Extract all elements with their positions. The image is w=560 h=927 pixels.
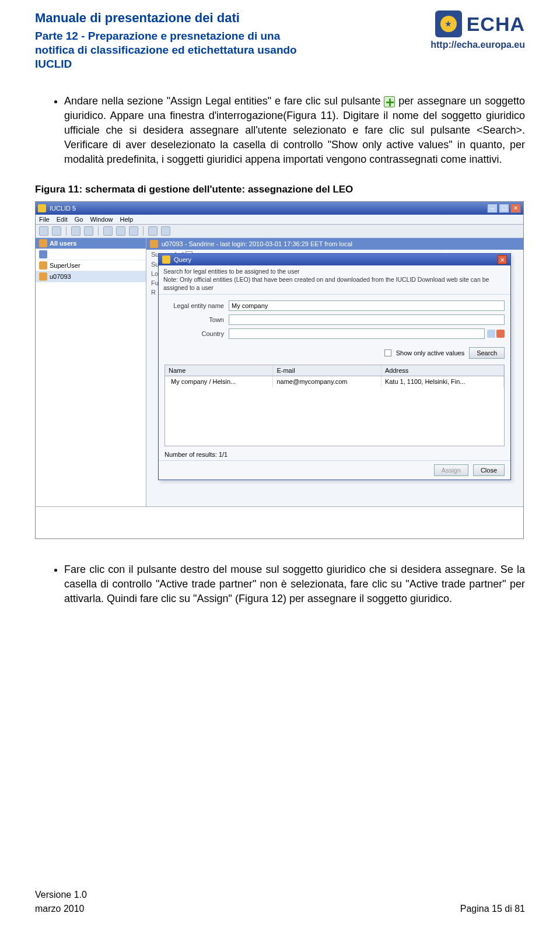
doc-title-block: Manuale di presentazione dei dati Parte … [35,11,303,71]
country-label: Country [164,330,229,337]
user-icon [39,261,47,270]
user-panel-header: All users [36,238,146,249]
town-label: Town [164,316,229,323]
toolbar-paste-icon[interactable] [129,226,138,236]
app-title: IUCLID 5 [50,205,76,212]
legal-entity-name-label: Legal entity name [164,302,229,309]
th-address[interactable]: Address [382,365,504,376]
toolbar-remove-icon[interactable] [161,226,170,236]
toolbar-home-icon[interactable] [71,226,80,236]
toolbar-copy-icon[interactable] [116,226,125,236]
close-button[interactable]: ✕ [510,204,521,213]
user-icon [39,272,47,281]
query-titlebar: Query ✕ [159,254,510,265]
menu-file[interactable]: File [39,216,50,223]
page-header: Manuale di presentazione dei dati Parte … [35,11,525,71]
query-hint: Search for legal entities to be assigned… [159,265,510,295]
bullet-list-2: Fare clic con il pulsante destro del mou… [35,562,525,606]
footer-date: marzo 2010 [35,904,87,914]
users-icon [39,239,47,247]
menu-go[interactable]: Go [75,216,83,223]
user-icon [150,240,158,248]
assign-button[interactable]: Assign [434,464,468,476]
page-content: Andare nella sezione "Assign Legal entit… [35,94,525,606]
td-name: My company / Helsin... [165,376,273,387]
table-header-row: Name E-mail Address [165,365,504,376]
app-titlebar: IUCLID 5 – ☐ ✕ [36,202,523,215]
menu-help[interactable]: Help [120,216,134,223]
th-email[interactable]: E-mail [273,365,381,376]
main-header: u07093 - Sandrine - last login: 2010-03-… [146,238,523,250]
query-title: Query [174,256,191,263]
th-name[interactable]: Name [165,365,273,376]
doc-subtitle: Parte 12 - Preparazione e presnetazione … [35,29,303,71]
query-icon [162,256,170,264]
main-area: u07093 - Sandrine - last login: 2010-03-… [146,238,523,506]
figure-caption: Figura 11: schermata di gestione dell'ut… [35,184,525,195]
maximize-button[interactable]: ☐ [499,204,509,213]
user-panel: All users SuperUser u07093 [36,238,146,506]
results-value: 1/1 [219,451,228,458]
collapse-icon [39,250,47,258]
toolbar-1 [36,225,523,238]
doc-title: Manuale di presentazione dei dati [35,11,303,26]
search-icon[interactable] [487,330,495,338]
query-dialog: Query ✕ Search for legal entities to be … [158,253,511,480]
bullet-list-1: Andare nella sezione "Assign Legal entit… [35,94,525,166]
results-table: Name E-mail Address My company / Helsin.… [164,365,505,446]
user-panel-title: All users [50,240,76,247]
query-hint-1: Search for legal entities to be assigned… [163,268,506,276]
query-close-button[interactable]: ✕ [498,255,507,264]
toolbar-forward-icon[interactable] [52,226,61,236]
query-hint-2: Note: Only official entities (LEO) that … [163,276,506,292]
td-address: Katu 1, 1100, Helsinki, Fin... [382,376,504,387]
clear-icon[interactable] [496,330,505,338]
app-footer-blank [36,506,523,538]
echa-badge-icon: ★ [435,11,462,37]
page-footer: Versione 1.0 marzo 2010 Pagina 15 di 81 [35,890,525,914]
search-button[interactable]: Search [469,347,505,359]
close-dialog-button[interactable]: Close [473,464,505,476]
td-email: name@mycompany.com [273,376,381,387]
app-icon [38,204,46,212]
main-header-text: u07093 - Sandrine - last login: 2010-03-… [162,240,352,247]
echa-logo: ★ ECHA http://echa.europa.eu [430,11,525,50]
show-active-label: Show only active values [396,349,464,356]
toolbar-edit-icon[interactable] [103,226,113,236]
show-active-checkbox[interactable] [384,349,391,356]
table-row[interactable]: My company / Helsin... name@mycompany.co… [165,376,504,387]
legal-entity-name-input[interactable] [229,300,505,311]
user-panel-collapse[interactable] [36,249,146,260]
country-input[interactable] [229,328,485,339]
bullet-2: Fare clic con il pulsante destro del mou… [64,562,525,606]
query-form: Legal entity name Town Country [159,295,510,346]
menubar: File Edit Go Window Help [36,215,523,225]
bullet-1-pre: Andare nella sezione "Assign Legal entit… [64,95,384,107]
toolbar-back-icon[interactable] [39,226,48,236]
user-item-superuser[interactable]: SuperUser [36,260,146,271]
toolbar-add-icon[interactable] [148,226,158,236]
echa-url: http://echa.europa.eu [430,40,525,50]
user-item-u07093[interactable]: u07093 [36,271,146,282]
menu-window[interactable]: Window [90,216,113,223]
footer-page: Pagina 15 di 81 [460,904,525,914]
user-label: SuperUser [50,262,80,269]
bullet-1: Andare nella sezione "Assign Legal entit… [64,94,525,166]
plus-icon [384,96,395,107]
results-label: Number of results: [164,451,217,458]
echa-logo-text: ECHA [467,13,525,36]
iuclid-window: IUCLID 5 – ☐ ✕ File Edit Go Window Help [35,201,524,539]
minimize-button[interactable]: – [487,204,498,213]
user-label: u07093 [50,273,71,280]
footer-version: Versione 1.0 [35,890,87,900]
town-input[interactable] [229,314,505,325]
menu-edit[interactable]: Edit [57,216,68,223]
toolbar-save-icon[interactable] [84,226,93,236]
